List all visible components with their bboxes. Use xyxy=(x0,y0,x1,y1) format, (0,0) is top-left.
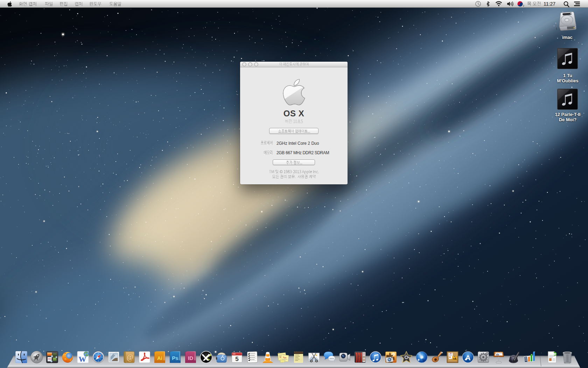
svg-text:ID: ID xyxy=(188,366,193,368)
svg-text:@: @ xyxy=(127,366,133,368)
svg-text:A: A xyxy=(465,354,470,362)
svg-text:Ps: Ps xyxy=(172,355,178,361)
svg-text:ID: ID xyxy=(188,355,193,361)
svg-text:Tips: Tips xyxy=(283,356,287,359)
svg-text:@: @ xyxy=(127,353,133,361)
svg-text:5: 5 xyxy=(235,364,238,368)
svg-text:Ai: Ai xyxy=(157,355,162,361)
svg-text:w: w xyxy=(79,363,86,368)
svg-text:5: 5 xyxy=(235,356,238,362)
svg-text:2: 2 xyxy=(523,5,524,7)
svg-text:11:27: 11:27 xyxy=(544,1,555,7)
svg-text:Ps: Ps xyxy=(172,366,178,368)
svg-text:Ai: Ai xyxy=(157,366,162,368)
